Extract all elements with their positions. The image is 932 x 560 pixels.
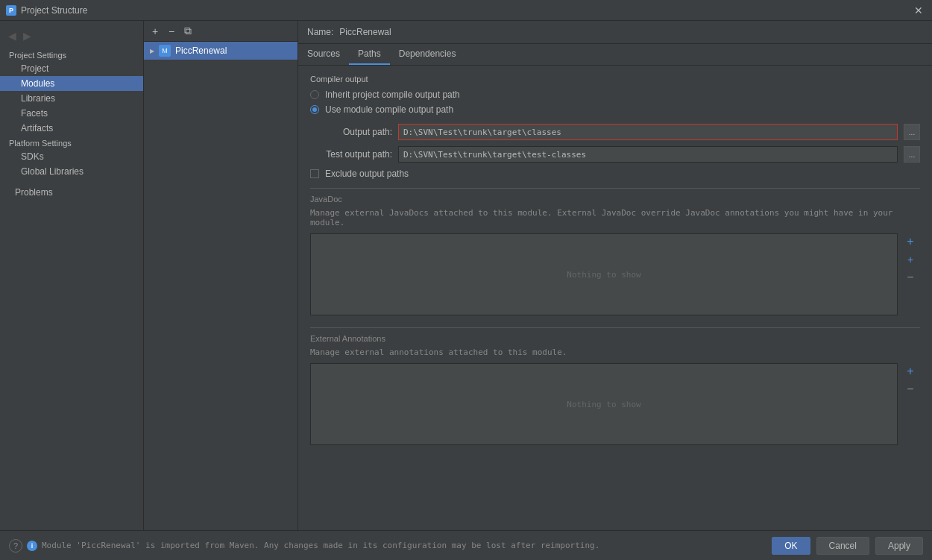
test-output-path-input[interactable]: [398, 146, 898, 163]
inherit-option-row: Inherit project compile output path: [310, 89, 920, 100]
cancel-button[interactable]: Cancel: [816, 537, 869, 555]
use-module-radio[interactable]: [310, 105, 319, 114]
compiler-output-title: Compiler output: [310, 75, 920, 84]
inherit-label: Inherit project compile output path: [325, 89, 460, 100]
apply-button[interactable]: Apply: [875, 537, 923, 555]
exclude-output-checkbox[interactable]: [310, 169, 319, 178]
external-annotations-remove-button[interactable]: −: [902, 381, 919, 397]
external-annotations-list-wrapper: Nothing to show + −: [310, 363, 898, 445]
sidebar-item-artifacts[interactable]: Artifacts: [0, 121, 143, 136]
compiler-output-options: Inherit project compile output path Use …: [310, 89, 920, 115]
sidebar-item-libraries[interactable]: Libraries: [0, 91, 143, 106]
external-annotations-list: Nothing to show: [310, 363, 898, 445]
footer-left: ? i Module 'PiccRenewal' is imported fro…: [9, 539, 599, 553]
ok-button[interactable]: OK: [772, 537, 810, 555]
close-button[interactable]: ✕: [911, 3, 926, 18]
javadoc-title: JavaDoc: [310, 195, 920, 204]
title-bar-left: P Project Structure: [6, 5, 87, 16]
external-annotations-title: External Annotations: [310, 334, 920, 343]
tab-dependencies[interactable]: Dependencies: [390, 44, 465, 65]
external-annotations-info: Manage external annotations attached to …: [310, 347, 920, 357]
module-icon: M: [159, 45, 171, 57]
sidebar-item-global-libraries[interactable]: Global Libraries: [0, 164, 143, 179]
footer: ? i Module 'PiccRenewal' is imported fro…: [0, 530, 932, 560]
sidebar-item-problems[interactable]: Problems: [0, 185, 143, 200]
name-value: PiccRenewal: [339, 27, 391, 37]
javadoc-add-url-button[interactable]: +: [902, 251, 919, 268]
javadoc-section: JavaDoc Manage external JavaDocs attache…: [310, 188, 920, 315]
exclude-output-paths-row: Exclude output paths: [310, 169, 920, 179]
copy-module-button[interactable]: ⧉: [181, 25, 195, 38]
javadoc-empty-label: Nothing to show: [567, 270, 640, 280]
javadoc-info: Manage external JavaDocs attached to thi…: [310, 208, 920, 227]
add-module-button[interactable]: +: [148, 25, 162, 38]
content-pane: + − ⧉ ▶ M PiccRenewal Name: PiccRenewal …: [144, 21, 932, 530]
javadoc-actions: + + −: [902, 233, 919, 286]
exclude-output-label: Exclude output paths: [325, 169, 409, 179]
footer-right: OK Cancel Apply: [772, 537, 923, 555]
external-annotations-add-button[interactable]: +: [902, 363, 919, 380]
platform-settings-header: Platform Settings: [0, 136, 143, 149]
sidebar: ◀ ▶ Project Settings Project Modules Lib…: [0, 21, 144, 530]
output-path-label: Output path:: [310, 127, 392, 137]
name-row: Name: PiccRenewal: [298, 21, 932, 44]
nav-forward-icon[interactable]: ▶: [21, 30, 33, 42]
expand-triangle-icon: ▶: [150, 48, 154, 54]
tab-paths[interactable]: Paths: [349, 44, 390, 65]
javadoc-list: Nothing to show: [310, 233, 898, 315]
sidebar-nav: ◀ ▶: [0, 27, 143, 48]
remove-module-button[interactable]: −: [165, 25, 178, 38]
test-output-path-row: Test output path: ...: [310, 146, 920, 163]
help-button[interactable]: ?: [9, 539, 22, 553]
output-path-input[interactable]: [398, 124, 898, 140]
sidebar-item-facets[interactable]: Facets: [0, 106, 143, 121]
javadoc-remove-button[interactable]: −: [902, 269, 919, 286]
external-annotations-empty-label: Nothing to show: [567, 400, 640, 409]
external-annotations-actions: + −: [902, 363, 919, 397]
use-module-label: Use module compile output path: [325, 104, 453, 115]
sidebar-item-project[interactable]: Project: [0, 61, 143, 76]
external-annotations-section: External Annotations Manage external ann…: [310, 327, 920, 445]
output-path-browse-button[interactable]: ...: [904, 124, 920, 140]
tab-sources[interactable]: Sources: [298, 44, 349, 65]
paths-tab-content: Compiler output Inherit project compile …: [298, 66, 932, 530]
title-bar: P Project Structure ✕: [0, 0, 932, 21]
details-panel: Name: PiccRenewal Sources Paths Dependen…: [298, 21, 932, 530]
module-toolbar: + − ⧉: [144, 21, 297, 42]
project-settings-header: Project Settings: [0, 48, 143, 61]
info-icon: i: [27, 541, 37, 551]
module-list-item[interactable]: ▶ M PiccRenewal: [144, 42, 297, 60]
output-path-row: Output path: ...: [310, 124, 920, 140]
javadoc-add-button[interactable]: +: [902, 233, 919, 250]
inherit-radio[interactable]: [310, 90, 319, 99]
test-output-path-label: Test output path:: [310, 149, 392, 160]
name-label: Name:: [307, 27, 333, 37]
javadoc-list-wrapper: Nothing to show + + −: [310, 233, 898, 315]
module-name: PiccRenewal: [175, 45, 227, 56]
use-module-option-row: Use module compile output path: [310, 104, 920, 115]
app-icon: P: [6, 5, 16, 16]
nav-back-icon[interactable]: ◀: [6, 30, 18, 42]
main-layout: ◀ ▶ Project Settings Project Modules Lib…: [0, 21, 932, 530]
sidebar-item-modules[interactable]: Modules: [0, 76, 143, 91]
footer-message: Module 'PiccRenewal' is imported from Ma…: [42, 541, 599, 550]
test-output-path-browse-button[interactable]: ...: [904, 146, 920, 163]
sidebar-item-sdks[interactable]: SDKs: [0, 149, 143, 164]
module-panel: + − ⧉ ▶ M PiccRenewal: [144, 21, 298, 530]
tabs-bar: Sources Paths Dependencies: [298, 44, 932, 66]
window-title: Project Structure: [21, 5, 87, 16]
